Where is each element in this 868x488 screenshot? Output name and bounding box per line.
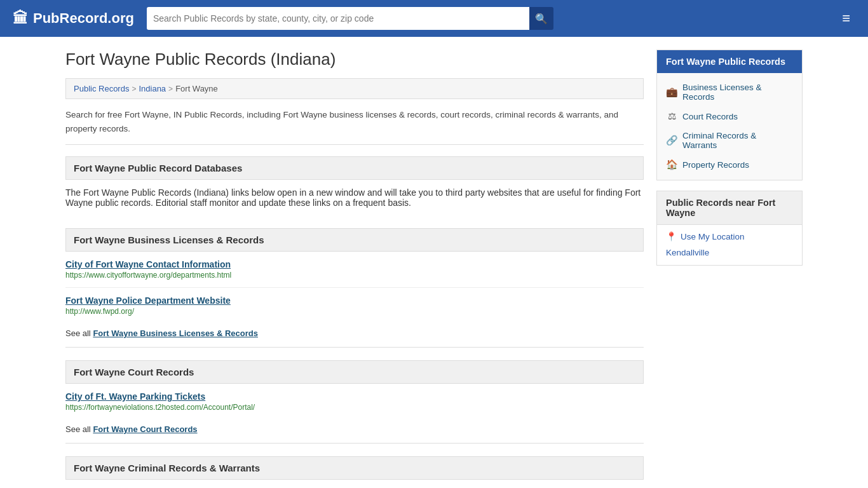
sidebar-business-label: Business Licenses & Records <box>682 83 793 102</box>
site-logo[interactable]: 🏛 PubRecord.org <box>13 10 134 27</box>
main-content: Fort Wayne Public Records (Indiana) Publ… <box>65 50 644 488</box>
business-entry-2: Fort Wayne Police Department Website htt… <box>65 288 644 323</box>
use-my-location[interactable]: 📍 Use My Location <box>666 231 793 241</box>
scales-icon: ⚖ <box>666 111 677 122</box>
sidebar-item-court[interactable]: ⚖ Court Records <box>657 106 802 126</box>
sidebar-near-box: Public Records near Fort Wayne 📍 Use My … <box>656 191 803 266</box>
page-wrap: Fort Wayne Public Records (Indiana) Publ… <box>53 37 815 488</box>
sidebar-court-label: Court Records <box>682 112 738 121</box>
search-icon: 🔍 <box>535 13 548 25</box>
business-entry-1-title[interactable]: City of Fort Wayne Contact Information <box>65 259 231 269</box>
criminal-records-section: Fort Wayne Criminal Records & Warrants <box>65 456 644 480</box>
breadcrumb-sep-1: > <box>132 85 136 93</box>
sidebar: Fort Wayne Public Records 💼 Business Lic… <box>656 50 803 488</box>
breadcrumb-sep-2: > <box>168 85 173 93</box>
breadcrumb-fort-wayne: Fort Wayne <box>175 84 218 93</box>
breadcrumb-indiana[interactable]: Indiana <box>139 84 166 93</box>
business-see-all: See all Fort Wayne Business Licenses & R… <box>65 323 644 348</box>
court-records-header: Fort Wayne Court Records <box>65 360 644 384</box>
business-entry-1-url[interactable]: https://www.cityoffortwayne.org/departme… <box>65 271 644 280</box>
databases-description-text: The Fort Wayne Public Records (Indiana) … <box>65 187 641 208</box>
nearby-kendallville[interactable]: Kendallville <box>666 247 793 259</box>
databases-description: The Fort Wayne Public Records (Indiana) … <box>65 180 644 215</box>
business-licenses-header: Fort Wayne Business Licenses & Records <box>65 228 644 252</box>
search-area: 🔍 <box>147 7 553 30</box>
court-records-entries: City of Ft. Wayne Parking Tickets https:… <box>65 384 644 419</box>
home-icon: 🏠 <box>666 159 677 170</box>
court-entry-1-url[interactable]: https://fortwayneviolations.t2hosted.com… <box>65 403 644 412</box>
databases-section-body: The Fort Wayne Public Records (Indiana) … <box>65 180 644 215</box>
sidebar-item-property[interactable]: 🏠 Property Records <box>657 154 802 175</box>
search-button[interactable]: 🔍 <box>529 7 553 30</box>
criminal-records-header: Fort Wayne Criminal Records & Warrants <box>65 456 644 480</box>
business-entry-2-url[interactable]: http://www.fwpd.org/ <box>65 307 644 316</box>
sidebar-near-title: Public Records near Fort Wayne <box>657 191 802 225</box>
sidebar-near-body: 📍 Use My Location Kendallville <box>657 225 802 265</box>
sidebar-criminal-label: Criminal Records & Warrants <box>682 131 793 150</box>
use-my-location-label: Use My Location <box>681 232 745 241</box>
link-icon: 🔗 <box>666 135 677 146</box>
sidebar-fw-body: 💼 Business Licenses & Records ⚖ Court Re… <box>657 73 802 180</box>
see-all-prefix-2: See all <box>65 424 93 434</box>
logo-text: PubRecord.org <box>33 10 134 27</box>
sidebar-fw-box: Fort Wayne Public Records 💼 Business Lic… <box>656 50 803 180</box>
page-description: Search for free Fort Wayne, IN Public Re… <box>65 108 644 145</box>
search-input[interactable] <box>147 7 529 30</box>
briefcase-icon: 💼 <box>666 86 677 98</box>
page-title: Fort Wayne Public Records (Indiana) <box>65 50 644 69</box>
business-see-all-link[interactable]: Fort Wayne Business Licenses & Records <box>93 329 258 338</box>
sidebar-fw-title: Fort Wayne Public Records <box>657 50 802 73</box>
court-see-all-link[interactable]: Fort Wayne Court Records <box>93 424 197 434</box>
business-entry-2-title[interactable]: Fort Wayne Police Department Website <box>65 295 231 306</box>
databases-section: Fort Wayne Public Record Databases The F… <box>65 156 644 215</box>
court-entry-1: City of Ft. Wayne Parking Tickets https:… <box>65 384 644 419</box>
databases-section-header: Fort Wayne Public Record Databases <box>65 156 644 180</box>
menu-button[interactable]: ≡ <box>837 8 855 29</box>
hamburger-icon: ≡ <box>842 10 850 26</box>
location-pin-icon: 📍 <box>666 231 677 241</box>
sidebar-item-business[interactable]: 💼 Business Licenses & Records <box>657 78 802 106</box>
business-entry-1: City of Fort Wayne Contact Information h… <box>65 252 644 288</box>
site-header: 🏛 PubRecord.org 🔍 ≡ <box>0 0 868 37</box>
sidebar-item-criminal[interactable]: 🔗 Criminal Records & Warrants <box>657 126 802 154</box>
business-licenses-entries: City of Fort Wayne Contact Information h… <box>65 252 644 323</box>
court-records-section: Fort Wayne Court Records City of Ft. Way… <box>65 360 644 444</box>
court-entry-1-title[interactable]: City of Ft. Wayne Parking Tickets <box>65 391 205 402</box>
sidebar-property-label: Property Records <box>682 160 749 170</box>
see-all-prefix-1: See all <box>65 329 93 338</box>
breadcrumb-public-records[interactable]: Public Records <box>74 84 129 93</box>
logo-icon: 🏛 <box>13 10 28 27</box>
business-licenses-section: Fort Wayne Business Licenses & Records C… <box>65 228 644 348</box>
breadcrumb: Public Records > Indiana > Fort Wayne <box>65 78 644 99</box>
court-see-all: See all Fort Wayne Court Records <box>65 419 644 444</box>
